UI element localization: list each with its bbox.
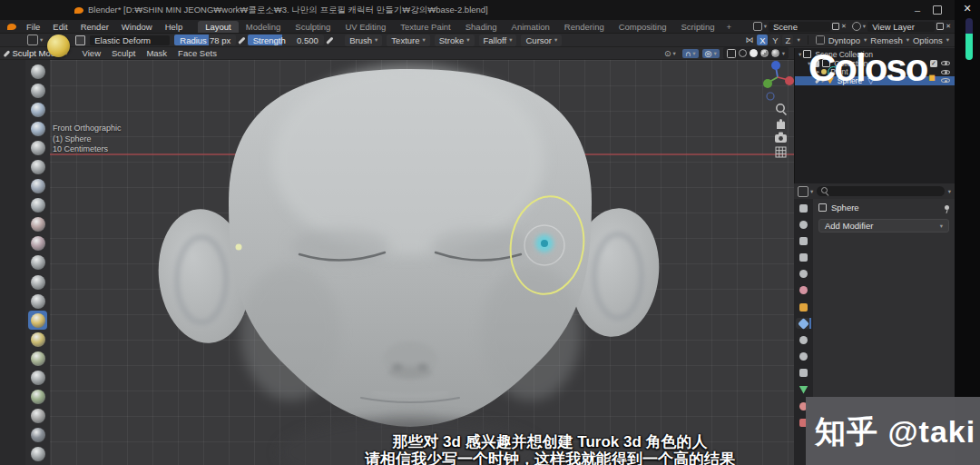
properties-tab-object[interactable] <box>796 302 811 312</box>
tab-texture-paint[interactable]: Texture Paint <box>393 21 457 33</box>
remove-view-layer-icon[interactable]: ✕ <box>946 23 951 30</box>
properties-tab-world[interactable] <box>796 285 811 296</box>
brush-nudge[interactable] <box>28 388 47 407</box>
xray-toggle-icon[interactable] <box>727 49 736 58</box>
properties-editor-icon[interactable] <box>798 186 808 197</box>
tab-animation[interactable]: Animation <box>505 21 557 33</box>
properties-tab-tool[interactable] <box>796 203 811 213</box>
properties-tab-constraints[interactable] <box>796 368 811 379</box>
texture-popover[interactable]: Texture▾ <box>387 35 429 46</box>
properties-tab-modifiers[interactable] <box>796 318 811 329</box>
properties-tab-render[interactable] <box>796 219 811 230</box>
properties-tab-view-layer[interactable] <box>796 252 811 263</box>
view-layer-icon[interactable] <box>852 22 861 31</box>
properties-filter-caret-icon[interactable]: ▾ <box>948 188 951 195</box>
zoom-tool-icon[interactable] <box>777 104 787 115</box>
volume-slider[interactable] <box>965 18 973 60</box>
brush-draw-sharp[interactable] <box>28 81 47 100</box>
strength-slider[interactable]: Strength 0.500 <box>248 35 324 45</box>
tab-sculpting[interactable]: Sculpting <box>288 21 338 33</box>
brush-flatten[interactable] <box>28 234 47 253</box>
brush-elastic-deform[interactable] <box>28 311 47 330</box>
tool-editor-icon[interactable] <box>27 35 38 45</box>
brush-pose[interactable] <box>28 369 47 388</box>
shading-rendered-icon[interactable] <box>771 49 779 57</box>
brush-small-icon[interactable] <box>75 35 85 45</box>
tab-layout[interactable]: Layout <box>198 21 239 33</box>
new-scene-icon[interactable] <box>832 23 839 30</box>
menu-file[interactable]: File <box>20 22 46 32</box>
brush-draw[interactable] <box>28 62 47 81</box>
blender-menu-icon[interactable] <box>7 24 16 30</box>
tab-compositing[interactable]: Compositing <box>612 21 674 33</box>
tab-uv-editing[interactable]: UV Editing <box>338 21 393 33</box>
3d-viewport[interactable]: Front Orthographic(1) Sphere10 Centimete… <box>0 60 794 465</box>
properties-tab-output[interactable] <box>796 235 811 246</box>
shading-wireframe-icon[interactable] <box>739 49 747 57</box>
new-view-layer-icon[interactable] <box>936 23 944 30</box>
properties-tab-scene[interactable] <box>796 269 811 280</box>
options-button[interactable]: Options <box>913 35 943 45</box>
snap-button[interactable]: ∩▾ <box>682 49 699 58</box>
shading-material-icon[interactable] <box>760 49 769 57</box>
radius-slider[interactable]: Radius 78 px <box>174 35 236 45</box>
player-close-button[interactable]: ✕ <box>955 3 980 15</box>
brush-grab[interactable] <box>28 292 47 311</box>
tab-modeling[interactable]: Modeling <box>239 21 289 33</box>
properties-tab-physics[interactable] <box>796 351 811 362</box>
pan-hand-icon[interactable] <box>777 119 785 129</box>
shading-solid-icon[interactable] <box>750 49 758 57</box>
minimize-button[interactable]: – <box>915 5 920 15</box>
gizmo-neg-axis[interactable] <box>767 93 774 100</box>
viewport-menu-sculpt[interactable]: Sculpt <box>106 48 141 58</box>
brush-inflate[interactable] <box>28 157 47 176</box>
falloff-popover[interactable]: Falloff▾ <box>479 35 517 46</box>
gizmo-x-axis[interactable] <box>785 76 794 85</box>
brush-scrape[interactable] <box>28 272 47 292</box>
properties-tab-particles[interactable] <box>796 335 811 346</box>
add-modifier-button[interactable]: Add Modifier▾ <box>818 219 949 232</box>
tab-scripting[interactable]: Scripting <box>674 21 722 33</box>
menu-edit[interactable]: Edit <box>46 22 74 32</box>
stroke-popover[interactable]: Stroke▾ <box>435 35 475 46</box>
tab-rendering[interactable]: Rendering <box>557 21 612 33</box>
brush-preview-thumbnail[interactable] <box>47 35 70 57</box>
visibility-eye-icon[interactable] <box>941 59 950 67</box>
brush-blob[interactable] <box>28 177 47 196</box>
cursor-popover[interactable]: Cursor▾ <box>521 35 562 46</box>
scene-name-field[interactable]: Scene <box>769 22 830 32</box>
strength-pressure-icon[interactable] <box>326 36 333 44</box>
scene-selector-icon[interactable] <box>753 22 762 31</box>
radius-pressure-icon[interactable] <box>238 36 245 44</box>
brush-thumb[interactable] <box>28 349 47 368</box>
viewport-menu-view[interactable]: View <box>77 48 106 58</box>
mirror-x-toggle[interactable]: X <box>757 35 768 45</box>
expander-icon[interactable]: ▾ <box>799 51 801 58</box>
brush-fill[interactable] <box>28 253 47 272</box>
brush-mask[interactable] <box>28 445 47 464</box>
dyntopo-label[interactable]: Dyntopo <box>828 35 860 45</box>
pivot-point-button[interactable]: ⊙▾ <box>662 49 679 58</box>
maximize-button[interactable] <box>933 5 942 15</box>
dyntopo-checkbox[interactable] <box>816 35 825 45</box>
brush-rotate[interactable] <box>28 407 47 426</box>
brush-popover[interactable]: Brush▾ <box>345 35 382 46</box>
brush-snake-hook[interactable] <box>28 330 47 349</box>
navigation-gizmo[interactable] <box>763 61 794 100</box>
properties-breadcrumb[interactable]: Sphere <box>831 203 859 213</box>
pin-icon[interactable] <box>945 205 949 210</box>
brush-layer[interactable] <box>28 138 47 157</box>
menu-render[interactable]: Render <box>74 22 115 32</box>
add-workspace-button[interactable]: + <box>721 22 736 32</box>
tab-shading[interactable]: Shading <box>458 21 505 33</box>
gizmo-z-axis[interactable] <box>771 61 780 70</box>
camera-view-icon[interactable] <box>775 133 787 143</box>
grid-ortho-icon[interactable] <box>776 147 786 157</box>
unlink-scene-icon[interactable]: ✕ <box>841 23 847 30</box>
brush-smooth[interactable] <box>28 215 47 234</box>
viewport-menu-face-sets[interactable]: Face Sets <box>172 48 222 58</box>
properties-tab-object-data[interactable] <box>796 384 811 395</box>
brush-clay[interactable] <box>28 100 47 119</box>
active-brush-name[interactable]: Elastic Deform <box>90 35 170 45</box>
view-layer-field[interactable]: View Layer <box>867 22 935 32</box>
